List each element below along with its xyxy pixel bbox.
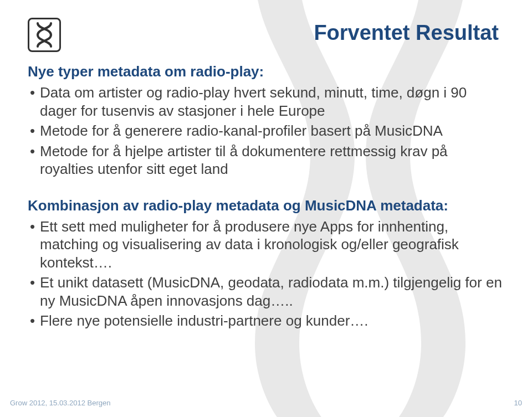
section-1: Nye typer metadata om radio-play: Data o… (28, 63, 504, 178)
dna-logo-icon (28, 18, 61, 52)
section-2-list: Ett sett med muligheter for å produsere … (28, 218, 504, 330)
footer-left: Grow 2012, 15.03.2012 Bergen (10, 399, 110, 407)
footer: Grow 2012, 15.03.2012 Bergen 10 (10, 399, 522, 407)
list-item: Et unikt datasett (MusicDNA, geodata, ra… (28, 274, 504, 310)
section-2: Kombinasjon av radio-play metadata og Mu… (28, 197, 504, 330)
section-1-heading: Nye typer metadata om radio-play: (28, 63, 504, 80)
page-number: 10 (514, 399, 522, 407)
list-item: Metode for å hjelpe artister til å dokum… (28, 142, 504, 178)
section-2-heading: Kombinasjon av radio-play metadata og Mu… (28, 197, 504, 214)
list-item: Flere nye potensielle industri-partnere … (28, 312, 504, 330)
section-1-list: Data om artister og radio-play hvert sek… (28, 84, 504, 178)
list-item: Metode for å generere radio-kanal-profil… (28, 122, 504, 140)
list-item: Data om artister og radio-play hvert sek… (28, 84, 504, 120)
list-item: Ett sett med muligheter for å produsere … (28, 218, 504, 272)
slide-title: Forventet Resultat (314, 21, 504, 45)
